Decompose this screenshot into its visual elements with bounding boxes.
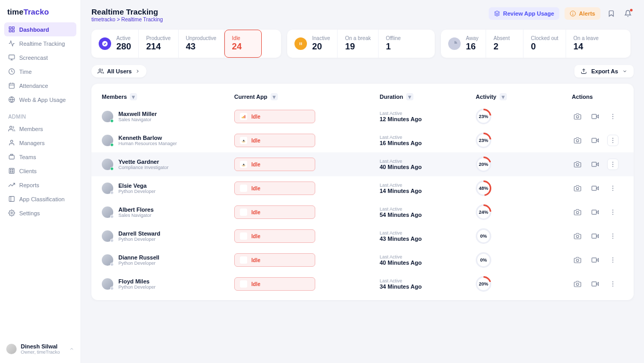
all-users-filter[interactable]: All Users: [91, 65, 146, 77]
current-app-cell: Idle: [234, 182, 380, 195]
svg-point-64: [576, 211, 579, 214]
sidebar-item-teams[interactable]: Teams: [4, 150, 76, 164]
sidebar-item-realtime-tracking[interactable]: Realtime Tracking: [4, 36, 76, 50]
screenshot-button[interactable]: [572, 183, 583, 194]
notifications-button[interactable]: [622, 8, 634, 19]
export-as-button[interactable]: Export As: [574, 65, 634, 77]
video-button[interactable]: [589, 230, 601, 242]
more-button[interactable]: [607, 278, 619, 290]
sidebar-item-screencast[interactable]: Screencast: [4, 50, 76, 64]
video-button[interactable]: [589, 254, 601, 266]
stat-inactive[interactable]: Inactive 20: [287, 30, 338, 58]
alerts-button[interactable]: Alerts: [565, 7, 600, 20]
sidebar-item-time[interactable]: Time: [4, 64, 76, 79]
screenshot-button[interactable]: [572, 230, 583, 242]
video-button[interactable]: [589, 206, 601, 218]
table-row[interactable]: Maxwell Miller Sales Navigator Idle Last…: [91, 105, 634, 128]
table-row[interactable]: Dianne Russell Python Developer Idle Las…: [91, 248, 634, 272]
sidebar-item-app-classification[interactable]: App Classification: [4, 192, 76, 206]
sidebar-item-reports[interactable]: Reports: [4, 178, 76, 192]
more-button[interactable]: [607, 254, 619, 266]
sort-icon[interactable]: ▾: [130, 93, 137, 100]
screenshot-button[interactable]: [572, 159, 583, 170]
sort-icon[interactable]: ▾: [406, 93, 413, 100]
stat-clocked-out[interactable]: Clocked out 0: [524, 30, 566, 58]
stat-absent[interactable]: Absent 2: [486, 30, 524, 58]
screenshot-button[interactable]: [572, 254, 583, 266]
video-button[interactable]: [589, 111, 601, 122]
sidebar-item-settings[interactable]: Settings: [4, 206, 76, 220]
stat-idle[interactable]: Idle 24: [224, 30, 262, 58]
svg-text:a: a: [243, 163, 245, 166]
video-button[interactable]: [589, 159, 601, 170]
sidebar-item-web-app-usage[interactable]: Web & App Usage: [4, 93, 76, 107]
bookmark-button[interactable]: [606, 8, 617, 19]
screenshot-button[interactable]: [572, 135, 583, 146]
svg-rect-40: [592, 114, 597, 119]
more-button[interactable]: [607, 135, 619, 146]
avatar: [102, 206, 113, 218]
stat-offline[interactable]: Offline 1: [379, 30, 416, 58]
member-role: Python Developer: [118, 237, 160, 242]
activity-ring: 23%: [476, 133, 491, 148]
screenshot-button[interactable]: [572, 278, 583, 290]
sidebar-item-members[interactable]: Members: [4, 122, 76, 136]
member-name: Floyd Miles: [118, 278, 156, 284]
more-button[interactable]: [607, 111, 619, 122]
app-icon: [240, 113, 247, 120]
col-current-app[interactable]: Current App▾: [234, 93, 380, 100]
stack-icon: [494, 10, 500, 17]
sort-icon[interactable]: ▾: [500, 93, 507, 100]
more-button[interactable]: [607, 183, 619, 194]
table-row[interactable]: Floyd Miles Python Developer Idle Last A…: [91, 272, 634, 296]
current-app-cell: Idle: [234, 205, 380, 219]
more-button[interactable]: [607, 159, 619, 170]
svg-point-62: [612, 188, 613, 189]
sidebar-item-clients[interactable]: Clients: [4, 164, 76, 178]
stat-value: 24: [232, 42, 254, 52]
svg-marker-65: [596, 211, 598, 214]
svg-point-28: [572, 15, 573, 15]
stat-productive[interactable]: Productive 214: [139, 30, 178, 58]
table-row[interactable]: Albert Flores Sales Navigator Idle Last …: [91, 200, 634, 224]
video-button[interactable]: [589, 278, 601, 290]
sidebar-item-managers[interactable]: Managers: [4, 136, 76, 150]
table-row[interactable]: Yvette Gardner Compliance Investigator a…: [91, 152, 634, 176]
app-status-text: Idle: [251, 210, 260, 215]
table-row[interactable]: Elsie Vega Python Developer Idle Last Ac…: [91, 176, 634, 200]
col-duration[interactable]: Duration▾: [380, 93, 476, 100]
stat-on-a-leave[interactable]: On a leave 14: [566, 30, 606, 58]
video-button[interactable]: [589, 135, 601, 146]
sort-icon[interactable]: ▾: [271, 93, 278, 100]
stat-unproductive[interactable]: Unproductive 43: [179, 30, 224, 58]
activity-cell: 20%: [476, 276, 572, 292]
sidebar-item-attendance[interactable]: Attendance: [4, 79, 76, 93]
table-row[interactable]: Kenneth Barlow Human Resources Manager a…: [91, 128, 634, 152]
sidebar-item-label: Settings: [19, 210, 40, 216]
actions-cell: [572, 135, 634, 146]
svg-rect-20: [10, 172, 11, 173]
svg-rect-22: [9, 197, 15, 202]
col-members[interactable]: Members▾: [102, 93, 234, 100]
dashboard-icon: [8, 26, 15, 33]
video-button[interactable]: [589, 183, 601, 194]
screenshot-button[interactable]: [572, 206, 583, 218]
camera-icon: [574, 161, 581, 168]
more-button[interactable]: [607, 206, 619, 218]
user-card[interactable]: Dinesh Silwal Owner, timeTracko: [4, 340, 76, 358]
members-table: Members▾ Current App▾ Duration▾ Activity…: [91, 84, 634, 300]
member-role: Python Developer: [118, 189, 156, 194]
breadcrumb[interactable]: timetracko > Realtime Tracking: [91, 17, 163, 22]
screenshot-button[interactable]: [572, 111, 583, 122]
table-row[interactable]: Darrell Steward Python Developer Idle La…: [91, 224, 634, 248]
more-button[interactable]: [607, 230, 619, 242]
app-icon: [240, 185, 247, 192]
activity-pct: 0%: [477, 230, 490, 242]
sidebar-item-dashboard[interactable]: Dashboard: [4, 22, 76, 36]
stat-away[interactable]: Away 16: [441, 30, 486, 58]
review-app-usage-button[interactable]: Review App Usage: [489, 7, 559, 20]
app-status-pill: Idle: [234, 110, 315, 123]
stat-active[interactable]: Active 280: [91, 30, 139, 58]
col-activity[interactable]: Activity▾: [476, 93, 572, 100]
stat-on-a-break[interactable]: On a break 19: [338, 30, 378, 58]
